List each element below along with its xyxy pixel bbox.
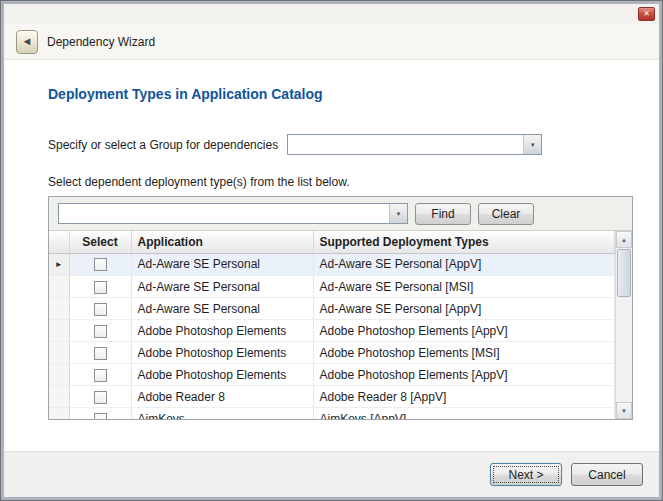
scroll-up-button[interactable]: ▲ <box>616 231 632 248</box>
group-dropdown-button[interactable]: ▼ <box>523 135 541 154</box>
deployment-type-cell: Ad-Aware SE Personal [MSI] <box>313 276 615 298</box>
page-title: Deployment Types in Application Catalog <box>48 86 633 102</box>
vertical-scrollbar[interactable]: ▲ ▼ <box>615 231 632 419</box>
grid: Select Application Supported Deployment … <box>49 231 615 419</box>
deployment-type-cell: Ad-Aware SE Personal [AppV] <box>313 298 615 320</box>
deployment-type-cell: AimKeys [AppV] <box>313 408 615 420</box>
row-checkbox[interactable] <box>94 413 107 419</box>
application-cell: Adobe Photoshop Elements <box>131 342 313 364</box>
close-icon: ✕ <box>643 9 650 18</box>
deployment-types-panel: ▼ Find Clear Select Application <box>48 196 633 420</box>
scroll-down-button[interactable]: ▼ <box>616 402 632 419</box>
group-label: Specify or select a Group for dependenci… <box>48 138 278 152</box>
row-checkbox[interactable] <box>94 325 107 338</box>
application-cell: Ad-Aware SE Personal <box>131 276 313 298</box>
scroll-up-icon: ▲ <box>621 237 627 243</box>
close-button[interactable]: ✕ <box>638 7 655 21</box>
chevron-down-icon: ▼ <box>396 211 402 217</box>
deployment-type-cell: Adobe Photoshop Elements [AppV] <box>313 320 615 342</box>
back-arrow-icon: ◄ <box>22 36 33 47</box>
chevron-down-icon: ▼ <box>530 142 536 148</box>
application-cell: Ad-Aware SE Personal <box>131 254 313 276</box>
list-label: Select dependent deployment type(s) from… <box>48 175 633 189</box>
back-button[interactable]: ◄ <box>16 30 38 54</box>
search-toolbar: ▼ Find Clear <box>49 197 632 231</box>
deployment-type-cell: Adobe Photoshop Elements [MSI] <box>313 342 615 364</box>
grid-row[interactable]: Adobe Reader 8 Adobe Reader 8 [AppV] <box>49 386 615 408</box>
deployment-type-cell: Ad-Aware SE Personal [AppV] <box>313 254 615 276</box>
grid-row[interactable]: Adobe Photoshop Elements Adobe Photoshop… <box>49 364 615 386</box>
row-checkbox[interactable] <box>94 258 107 271</box>
row-checkbox[interactable] <box>94 369 107 382</box>
wizard-header: ◄ Dependency Wizard <box>4 24 659 60</box>
application-cell: Adobe Photoshop Elements <box>131 364 313 386</box>
clear-button[interactable]: Clear <box>478 203 534 225</box>
grid-area: Select Application Supported Deployment … <box>49 231 632 419</box>
scroll-down-icon: ▼ <box>621 408 627 414</box>
grid-row[interactable]: ► Ad-Aware SE Personal Ad-Aware SE Perso… <box>49 254 615 276</box>
cancel-button[interactable]: Cancel <box>571 463 643 486</box>
grid-row[interactable]: Ad-Aware SE Personal Ad-Aware SE Persona… <box>49 298 615 320</box>
application-cell: Adobe Reader 8 <box>131 386 313 408</box>
row-checkbox[interactable] <box>94 303 107 316</box>
grid-row[interactable]: Adobe Photoshop Elements Adobe Photoshop… <box>49 320 615 342</box>
find-button[interactable]: Find <box>415 203 471 225</box>
next-button[interactable]: Next > <box>490 463 562 486</box>
grid-row[interactable]: Adobe Photoshop Elements Adobe Photoshop… <box>49 342 615 364</box>
wizard-title: Dependency Wizard <box>47 35 155 49</box>
grid-body: ► Ad-Aware SE Personal Ad-Aware SE Perso… <box>49 254 615 420</box>
application-cell: Ad-Aware SE Personal <box>131 298 313 320</box>
window-inner: ✕ ◄ Dependency Wizard Deployment Types i… <box>1 1 662 500</box>
current-row-icon: ► <box>55 260 63 269</box>
grid-header: Select Application Supported Deployment … <box>49 231 615 254</box>
scrollbar-track[interactable] <box>616 298 632 402</box>
grid-row[interactable]: AimKeys AimKeys [AppV] <box>49 408 615 420</box>
wizard-content: Deployment Types in Application Catalog … <box>4 60 659 451</box>
row-checkbox[interactable] <box>94 347 107 360</box>
column-header-application[interactable]: Application <box>131 231 313 253</box>
footer: Next > Cancel <box>4 451 659 497</box>
search-dropdown-button[interactable]: ▼ <box>389 204 407 223</box>
column-header-row-selector <box>49 231 69 253</box>
application-cell: AimKeys <box>131 408 313 420</box>
scrollbar-thumb[interactable] <box>617 249 631 297</box>
row-checkbox[interactable] <box>94 281 107 294</box>
group-row: Specify or select a Group for dependenci… <box>48 134 633 155</box>
wizard-window: ✕ ◄ Dependency Wizard Deployment Types i… <box>0 0 663 501</box>
titlebar: ✕ <box>4 4 659 24</box>
search-combobox[interactable]: ▼ <box>58 203 408 224</box>
deployment-type-cell: Adobe Reader 8 [AppV] <box>313 386 615 408</box>
group-combobox[interactable]: ▼ <box>287 134 542 155</box>
application-cell: Adobe Photoshop Elements <box>131 320 313 342</box>
deployment-type-cell: Adobe Photoshop Elements [AppV] <box>313 364 615 386</box>
grid-row[interactable]: Ad-Aware SE Personal Ad-Aware SE Persona… <box>49 276 615 298</box>
column-header-deployment-types[interactable]: Supported Deployment Types <box>313 231 615 253</box>
row-checkbox[interactable] <box>94 391 107 404</box>
grid-rows: ► Ad-Aware SE Personal Ad-Aware SE Perso… <box>49 254 615 420</box>
column-header-select[interactable]: Select <box>69 231 131 253</box>
